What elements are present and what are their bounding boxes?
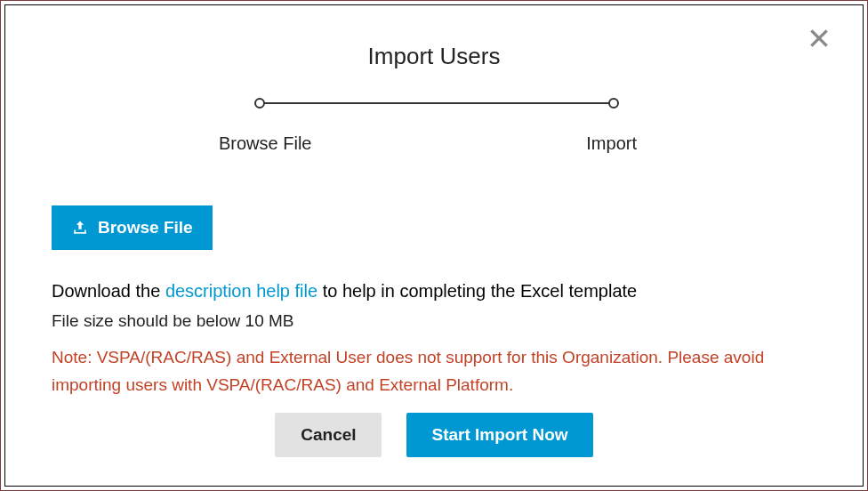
help-text: Download the description help file to he… xyxy=(52,281,637,302)
stepper: Browse File Import xyxy=(254,94,619,160)
upload-icon xyxy=(71,219,89,237)
stepper-dot-1 xyxy=(254,98,265,109)
warning-note: Note: VSPA/(RAC/RAS) and External User d… xyxy=(52,343,816,399)
stepper-track xyxy=(261,102,613,104)
cancel-button[interactable]: Cancel xyxy=(275,413,382,457)
dialog-footer: Cancel Start Import Now xyxy=(5,413,863,457)
file-size-hint: File size should be below 10 MB xyxy=(52,311,293,331)
browse-file-label: Browse File xyxy=(98,218,193,237)
browse-file-button[interactable]: Browse File xyxy=(52,205,213,250)
svg-rect-4 xyxy=(84,230,86,234)
stepper-label-browse: Browse File xyxy=(219,133,311,154)
stepper-label-import: Import xyxy=(586,133,637,154)
svg-rect-3 xyxy=(74,230,76,234)
svg-rect-2 xyxy=(74,232,85,234)
dialog-title: Import Users xyxy=(5,43,863,70)
help-suffix: to help in completing the Excel template xyxy=(323,281,638,301)
help-prefix: Download the xyxy=(52,281,165,301)
stepper-dot-2 xyxy=(608,98,619,109)
description-help-link[interactable]: description help file xyxy=(165,281,317,301)
start-import-button[interactable]: Start Import Now xyxy=(406,413,592,457)
